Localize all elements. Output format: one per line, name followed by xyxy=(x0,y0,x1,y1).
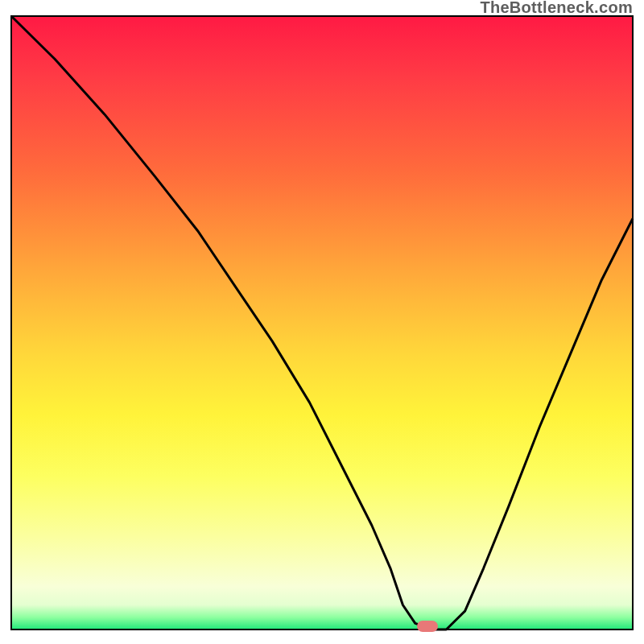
watermark-text: TheBottleneck.com xyxy=(480,0,633,17)
chart-container: TheBottleneck.com xyxy=(0,0,644,644)
optimal-marker xyxy=(417,621,438,632)
chart-frame xyxy=(11,16,633,630)
chart-svg xyxy=(0,0,644,644)
bottleneck-curve xyxy=(11,16,633,630)
